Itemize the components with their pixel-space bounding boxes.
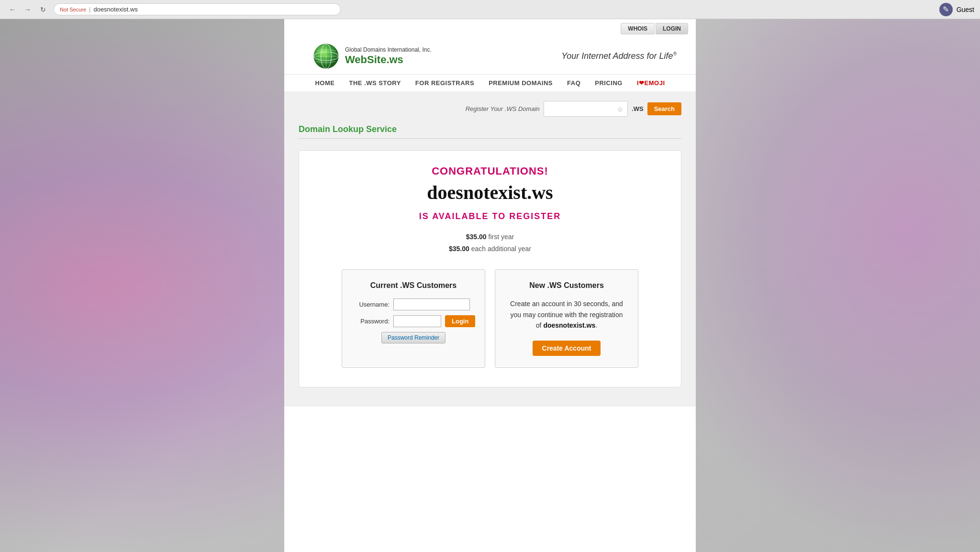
top-buttons-area: WHOIS LOGIN [284,19,696,38]
whois-button[interactable]: WHOIS [621,23,655,34]
password-reminder-button[interactable]: Password Reminder [381,332,445,343]
password-row: Password: Login [354,315,473,327]
login-submit-button[interactable]: Login [445,315,475,327]
ws-extension: .WS [632,105,644,112]
content-area: Register Your .WS Domain ☺ .WS Search Do… [284,91,696,407]
price-additional: $35.00 [449,245,469,253]
password-label: Password: [354,318,390,325]
logo-text: Global Domains International, Inc. WebSi… [345,46,432,66]
nav-pricing[interactable]: PRICING [595,79,623,87]
profile-label: Guest [957,6,974,13]
domain-name-display: doesnotexist.ws [318,181,662,204]
address-separator: | [89,6,90,13]
create-account-button[interactable]: Create Account [533,341,601,356]
new-customer-description: Create an account in 30 seconds, and you… [507,298,626,331]
forward-button[interactable]: → [21,3,34,16]
smiley-icon: ☺ [617,105,624,113]
nav-ws-story[interactable]: THE .WS STORY [349,79,401,87]
logo-area: Global Domains International, Inc. WebSi… [313,43,432,69]
username-label: Username: [354,301,390,308]
search-bar: Register Your .WS Domain ☺ .WS Search [299,101,681,117]
login-button[interactable]: LOGIN [656,23,688,34]
main-container: WHOIS LOGIN [284,19,696,552]
search-input[interactable] [548,103,615,114]
search-button[interactable]: Search [647,102,681,115]
tagline: Your Internet Address for Life® [561,51,677,61]
nav-bar: HOME THE .WS STORY FOR REGISTRARS PREMIU… [284,74,696,91]
new-customers-box: New .WS Customers Create an account in 3… [495,269,638,367]
reload-button[interactable]: ↻ [36,3,50,16]
current-customers-box: Current .WS Customers Username: Password… [342,269,485,367]
nav-emoji[interactable]: I❤EMOJI [637,79,665,87]
logo-globe [313,43,339,69]
available-text: IS AVAILABLE TO REGISTER [318,211,662,221]
nav-faq[interactable]: FAQ [567,79,580,87]
domain-highlight: doesnotexist.ws [543,321,595,329]
price-additional-desc: each additional year [471,245,531,253]
search-input-wrap: ☺ [544,101,628,117]
company-name: Global Domains International, Inc. [345,46,432,53]
username-row: Username: [354,298,473,310]
domain-lookup-title: Domain Lookup Service [299,124,681,139]
profile-area: ✎ Guest [939,3,974,16]
price-first-year: $35.00 [466,233,487,241]
nav-premium-domains[interactable]: PREMIUM DOMAINS [489,79,553,87]
username-input[interactable] [393,298,470,310]
address-bar[interactable]: Not Secure | doesnotexist.ws [54,3,341,15]
back-button[interactable]: ← [6,3,19,16]
result-box: CONGRATULATIONS! doesnotexist.ws IS AVAI… [299,150,681,387]
congratulations-text: CONGRATULATIONS! [318,165,662,177]
browser-chrome: ← → ↻ Not Secure | doesnotexist.ws ✎ Gue… [0,0,980,19]
nav-for-registrars[interactable]: FOR REGISTRARS [415,79,474,87]
header: Global Domains International, Inc. WebSi… [284,38,696,74]
password-input[interactable] [393,315,441,327]
new-customers-title: New .WS Customers [507,281,626,290]
customer-boxes: Current .WS Customers Username: Password… [318,269,662,367]
search-label: Register Your .WS Domain [466,105,540,112]
page-background: WHOIS LOGIN [0,19,980,552]
browser-nav-buttons: ← → ↻ [6,3,50,16]
address-text: doesnotexist.ws [93,6,138,13]
current-customers-title: Current .WS Customers [354,281,473,290]
pricing-info: $35.00 first year $35.00 each additional… [318,231,662,255]
profile-icon[interactable]: ✎ [939,3,953,16]
not-secure-label: Not Secure [60,7,86,12]
brand-name: WebSite.ws [345,54,432,66]
price-first-year-desc: first year [489,233,514,241]
nav-home[interactable]: HOME [315,79,334,87]
